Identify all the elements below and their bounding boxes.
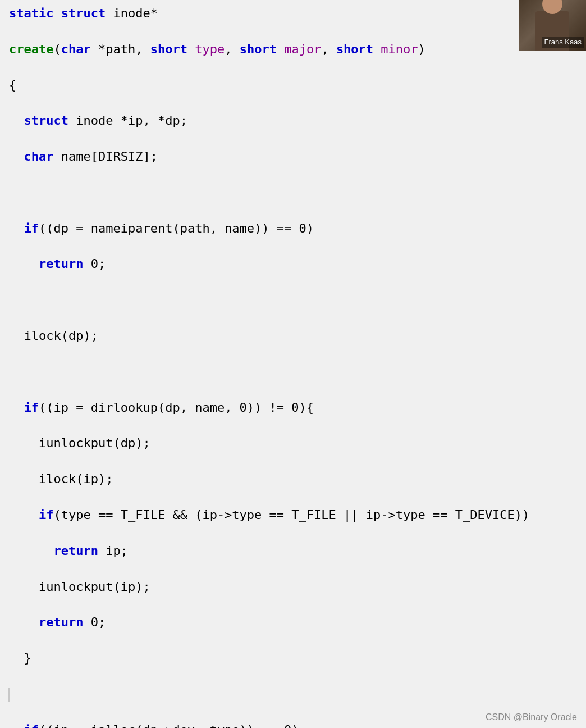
code-container: static struct inode* create(char *path, … [0, 0, 586, 728]
line-9 [9, 291, 577, 309]
text-cursor [8, 688, 10, 702]
video-thumbnail: Frans Kaas [519, 0, 586, 51]
line-13: iunlockput(dp); [9, 434, 577, 452]
line-19: } [9, 649, 577, 667]
line-1: static struct inode* [9, 4, 577, 22]
line-10: ilock(dp); [9, 327, 577, 345]
line-7: if((dp = nameiparent(path, name)) == 0) [9, 220, 577, 238]
video-person-name: Frans Kaas [542, 37, 584, 48]
watermark-text: CSDN @Binary Oracle [486, 711, 577, 724]
line-18: return 0; [9, 613, 577, 631]
line-6 [9, 184, 577, 202]
line-20 [9, 685, 577, 703]
code-block: static struct inode* create(char *path, … [0, 4, 586, 728]
line-12: if((ip = dirlookup(dp, name, 0)) != 0){ [9, 399, 577, 417]
line-3: { [9, 76, 577, 94]
line-16: return ip; [9, 542, 577, 560]
line-8: return 0; [9, 255, 577, 273]
line-11 [9, 363, 577, 381]
line-2: create(char *path, short type, short maj… [9, 40, 577, 58]
line-15: if(type == T_FILE && (ip->type == T_FILE… [9, 506, 577, 524]
line-4: struct inode *ip, *dp; [9, 112, 577, 130]
line-14: ilock(ip); [9, 470, 577, 488]
line-17: iunlockput(ip); [9, 578, 577, 596]
line-5: char name[DIRSIZ]; [9, 148, 577, 166]
